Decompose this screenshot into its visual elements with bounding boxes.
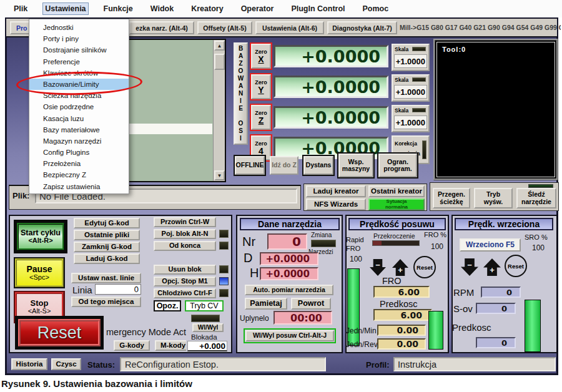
zero-z-button[interactable]: Zero Z xyxy=(251,105,271,130)
delete-block-button[interactable]: Usun blok xyxy=(154,265,216,275)
menu-item-porty-i-piny[interactable]: Porty i piny xyxy=(29,33,129,44)
dro-z[interactable]: +0.0000 xyxy=(274,106,388,129)
cycle-start-button[interactable]: Start cyklu <Alt-R> xyxy=(17,223,64,250)
close-gcode-button[interactable]: Zamknij G-kod xyxy=(74,242,140,252)
rpm-label: RPM xyxy=(453,287,474,298)
menu-item-dostrajanie-silnikow[interactable]: Dostrajanie silników xyxy=(29,44,129,56)
menu-item-preferencje[interactable]: Preferencje xyxy=(29,56,129,67)
single-block-button[interactable]: Poj. blok Alt-N xyxy=(154,229,216,239)
spindle-speed-dro[interactable]: 0 xyxy=(476,337,516,348)
coolant-button[interactable]: Chlodziwo Ctrl-F xyxy=(154,288,216,298)
feed-toggle-button[interactable]: Wl/Wyl posuw Ctrl-Alt-J xyxy=(245,330,334,341)
fro-dro[interactable]: 6.00 xyxy=(373,286,430,298)
menu-plugin-control[interactable]: PlugIn Control xyxy=(288,2,347,15)
menu-item-klawisze-skrotow[interactable]: Klawisze skrótów xyxy=(29,67,129,79)
scroll-down-icon[interactable]: ▼ xyxy=(214,170,225,180)
tool-h-dro[interactable]: +0.0000 xyxy=(260,267,318,280)
menu-item-osie-podrzedne[interactable]: Osie podrzędne xyxy=(29,101,129,112)
menu-pomoc[interactable]: Pomoc xyxy=(360,2,392,15)
zero-y-button[interactable]: Zero Y xyxy=(251,74,271,99)
distance-mode-button[interactable]: Dystans xyxy=(303,156,333,175)
load-gcode-button[interactable]: Laduj G-kod xyxy=(74,253,140,264)
remember-position-button[interactable]: Pamietaj xyxy=(245,298,287,310)
zero-x-button[interactable]: Zero X xyxy=(251,44,271,69)
feed-speed-dro[interactable]: 6.00 xyxy=(373,309,432,321)
auto-tool-measure-button[interactable]: Auto. pomiar narzedzia xyxy=(245,285,333,295)
dro-y[interactable]: +0.0000 xyxy=(274,76,388,98)
return-position-button[interactable]: Powrot xyxy=(291,298,331,310)
run-from-here-button[interactable]: Od tego miejsca xyxy=(71,296,141,307)
tab-toolpath[interactable]: ezka narz. (Alt-4) xyxy=(129,21,194,34)
follow-tool-button[interactable]: Śledź narzędzie xyxy=(516,188,556,208)
menu-funkcje[interactable]: Funkcje xyxy=(101,2,136,15)
menu-item-zapisz-ustawienia[interactable]: Zapisz ustawienia xyxy=(29,181,129,192)
feed-speed-label: Predkosc xyxy=(380,299,417,309)
menu-item-magazyn-narzedzi[interactable]: Magazyn narzędzi xyxy=(29,135,129,147)
menu-kreatory[interactable]: Kreatory xyxy=(189,2,225,15)
reverse-run-button[interactable]: Od konca xyxy=(154,241,216,251)
goto-z-button[interactable]: Idź do Z xyxy=(270,156,298,175)
interlock-value[interactable]: +0.000 xyxy=(187,341,227,351)
soft-limits-button[interactable]: Ogran. program. xyxy=(378,154,417,177)
rewind-button[interactable]: Przowin Ctrl-W xyxy=(154,217,216,227)
gcode-scrollbar[interactable]: ▲ ▼ xyxy=(213,40,225,181)
scale-x-value[interactable]: +1.0000 xyxy=(394,54,427,68)
tool-number-dro[interactable]: 0 xyxy=(267,233,307,250)
tab-settings[interactable]: Ustawienia (Alt-6) xyxy=(255,21,324,34)
load-wizard-button[interactable]: Laduj kreator xyxy=(306,185,366,197)
stop-line1: Stop xyxy=(31,299,49,308)
ref-all-axes-button[interactable]: BAZOWANIE OSI xyxy=(234,42,248,145)
offline-button[interactable]: OFFLINE xyxy=(235,156,265,175)
menu-ustawienia[interactable]: Ustawienia xyxy=(42,2,88,15)
menu-item-bazowanie-limity[interactable]: Bazowanie/Limity xyxy=(29,79,129,90)
scale-y-value[interactable]: +1.0000 xyxy=(394,85,427,99)
tab-diagnostics[interactable]: Diagnostyka (Alt-7) xyxy=(327,21,397,34)
optional-stop-button[interactable]: Opcj. Stop M1 xyxy=(154,277,216,287)
tool-number-text: Nr xyxy=(242,235,255,249)
menu-widok[interactable]: Widok xyxy=(148,2,176,15)
menu-item-kasacja-luzu[interactable]: Kasacja luzu xyxy=(29,113,129,124)
menu-plik[interactable]: Plik xyxy=(11,2,30,15)
feed-reset-button[interactable]: Reset xyxy=(413,256,436,278)
spindle-reset-button[interactable]: Reset xyxy=(505,255,527,277)
dro-x[interactable]: +0.0000 xyxy=(274,45,388,67)
menu-item-jednostki[interactable]: Jednostki xyxy=(29,22,129,33)
clear-status-button[interactable]: Czysc xyxy=(51,358,81,370)
status-ok-button[interactable]: Sytuacja normalna xyxy=(368,198,425,210)
profile-field: Instrukcja xyxy=(393,357,556,371)
dwell-indicator[interactable]: Opoz. xyxy=(154,300,181,311)
scroll-up-icon[interactable]: ▲ xyxy=(214,41,225,51)
line-number-field[interactable]: 0 xyxy=(95,284,141,295)
tab-offsets[interactable]: Offsety (Alt-5) xyxy=(197,21,252,34)
menu-item-sciezka-narzedzia[interactable]: Sciezka narzędzia xyxy=(29,90,129,101)
edit-gcode-button[interactable]: Edytuj G-kod xyxy=(74,218,140,228)
fro-percent-label: FRO % xyxy=(424,231,446,238)
set-next-line-button[interactable]: Ustaw nast. linie xyxy=(71,273,141,283)
pause-button[interactable]: Pause <Spc> xyxy=(15,258,64,287)
scroll-thumb[interactable] xyxy=(214,54,225,70)
recent-files-button[interactable]: Ostatnie pliki xyxy=(74,230,140,240)
menu-item-bezpieczny-z[interactable]: Bezpieczny Z xyxy=(29,169,129,180)
gcodes-list-button[interactable]: G-kody xyxy=(114,340,150,351)
history-button[interactable]: Historia xyxy=(11,358,47,370)
menu-operator[interactable]: Operator xyxy=(239,2,277,15)
menu-item-bazy-materialowe[interactable]: Bazy materiałowe xyxy=(29,124,129,135)
tool-change-led xyxy=(311,240,336,247)
machine-coords-button[interactable]: Wsp. maszyny xyxy=(338,154,373,177)
scale-z-value[interactable]: +1.0000 xyxy=(394,115,427,129)
menu-item-config-plugins[interactable]: Config Plugins xyxy=(29,147,129,158)
toolpath-display[interactable]: Tool:0 xyxy=(433,39,558,180)
tool-d-dro[interactable]: +0.0000 xyxy=(260,252,318,265)
sov-label: S-ov xyxy=(453,303,473,314)
interlock-toggle-button[interactable]: Wl/Wyl xyxy=(192,323,224,332)
spindle-toggle-button[interactable]: Wrzeciono F5 xyxy=(460,238,521,252)
radius-correction-led xyxy=(422,140,426,159)
zero-z-axis: Z xyxy=(259,116,264,125)
cv-mode-indicator[interactable]: Tryb CV xyxy=(185,300,224,311)
regenerate-toolpath-button[interactable]: Przegen. ścieżkę xyxy=(433,188,470,208)
reset-button[interactable]: Reset xyxy=(18,319,101,346)
menu-item-przelozenia[interactable]: Przełożenia xyxy=(29,158,129,169)
nfs-wizards-button[interactable]: NFS Wizards xyxy=(306,198,366,210)
display-mode-button[interactable]: Tryb wyśw. xyxy=(474,188,513,208)
last-wizard-button[interactable]: Ostatni kreator xyxy=(368,185,425,197)
